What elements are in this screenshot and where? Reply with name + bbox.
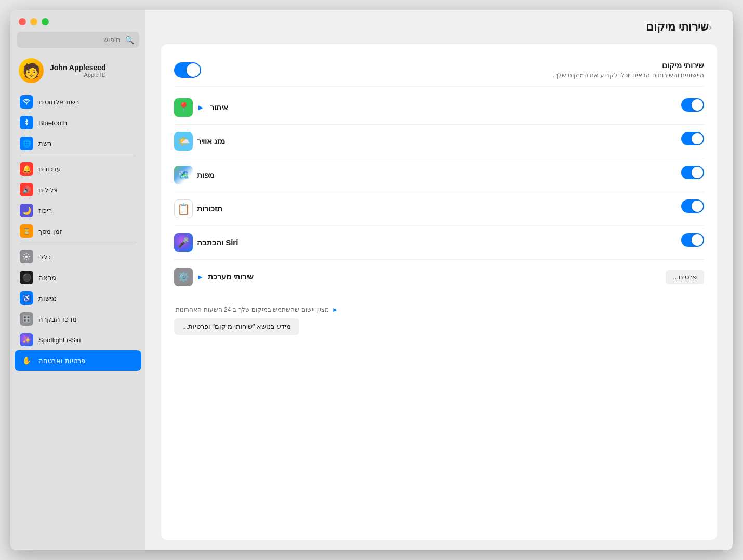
bluetooth-icon [20,116,33,129]
search-icon: 🔍 [125,36,134,44]
main-content-area: שירותי מיקום › שירותי מיקום היישומים והש… [145,10,733,550]
master-toggle-row: שירותי מיקום היישומים והשירותים הבאים יו… [174,55,704,87]
weather-row: מזג אוויר 🌤️ [174,125,704,158]
footer-note-text: מציין יישום שהשתמש במיקום שלך ב-24 השעות… [174,306,329,313]
sidebar-item-appearance[interactable]: מראה ⚫ [15,267,141,288]
find-my-label: איתור ► [197,103,228,112]
maps-right: מפות 🗺️ [174,166,214,184]
close-button[interactable] [19,18,26,25]
info-button[interactable]: מידע בנושא "שירותי מיקום" ופרטיות... [174,318,299,335]
maps-label: מפות [197,170,214,180]
sidebar-item-screentime-label: זמן מסך [38,228,62,235]
page-header: שירותי מיקום › [161,20,717,34]
find-my-toggle[interactable] [681,98,704,112]
reminders-left [681,199,704,213]
sidebar-item-privacy[interactable]: פרטיות ואבטחה ✋ [15,350,141,371]
reminders-row: תזכורות 📋 [174,192,704,226]
system-services-arrow: ► [197,273,204,281]
system-services-label: שירותי מערכת [208,272,254,282]
user-name: John Appleseed [50,63,106,72]
sidebar-item-wifi[interactable]: רשת אלחוטית [15,91,141,112]
sidebar-item-bluetooth-label: Bluetooth [38,119,67,127]
accessibility-icon: ♿ [20,291,33,305]
main-window: 🔍 John Appleseed Apple ID 🧑 רשת אלחוטית … [10,10,733,550]
appearance-icon: ⚫ [20,271,33,284]
divider-2 [20,244,136,244]
maps-icon: 🗺️ [174,166,193,184]
sidebar-item-sound-label: צלילים [38,186,58,194]
sidebar-item-general[interactable]: כללי [15,246,141,267]
find-my-row: איתור ► 📍 [174,91,704,125]
sidebar-item-accessibility-label: נגישות [38,295,57,302]
avatar: 🧑 [19,58,44,83]
content-card: שירותי מיקום היישומים והשירותים הבאים יו… [161,44,717,540]
location-services-subtitle: היישומים והשירותים הבאים יוכלו לקבוע את … [553,72,704,79]
sidebar-item-notifications[interactable]: עדכונים 🔔 [15,158,141,179]
svg-point-0 [25,256,28,258]
footer-note: ► מציין יישום שהשתמש במיקום שלך ב-24 השע… [174,306,704,313]
weather-label: מזג אוויר [197,137,225,146]
network-icon: 🌐 [20,137,33,150]
weather-right: מזג אוויר 🌤️ [174,132,225,151]
details-button[interactable]: פרטים... [666,270,704,284]
minimize-button[interactable] [30,18,37,25]
reminders-icon: 📋 [174,199,193,218]
spotlight-icon: ✨ [20,333,33,346]
maximize-button[interactable] [42,18,49,25]
maps-left [681,166,704,179]
control-icon: 🎛️ [20,312,33,326]
system-services-row: פרטים... שירותי מערכת ► ⚙️ [174,260,704,294]
reminders-right: תזכורות 📋 [174,199,222,218]
sidebar-item-accessibility[interactable]: נגישות ♿ [15,288,141,309]
sidebar-item-sound[interactable]: צלילים 🔊 [15,179,141,200]
sidebar-item-notifications-label: עדכונים [38,165,61,173]
sidebar-items-list: רשת אלחוטית Bluetooth רשת 🌐 [10,89,145,550]
maps-row: מפות 🗺️ [174,158,704,192]
sidebar-item-network-label: רשת [38,140,51,148]
location-services-title: שירותי מיקום [553,61,704,70]
page-title: שירותי מיקום [646,20,709,34]
notifications-icon: 🔔 [20,162,33,176]
sound-icon: 🔊 [20,183,33,196]
siri-row: Siri והכתבה 🎤 [174,226,704,260]
siri-icon: 🎤 [174,233,193,252]
siri-toggle[interactable] [681,233,704,247]
search-bar-container: 🔍 [17,32,139,48]
location-services-toggle[interactable] [174,62,201,78]
system-services-left: פרטים... [666,270,704,284]
weather-left [681,132,704,145]
find-my-icon: 📍 [174,98,193,117]
reminders-label: תזכורות [197,204,222,214]
find-my-right: איתור ► 📍 [174,98,228,117]
system-services-right: שירותי מערכת ► ⚙️ [174,268,254,286]
user-info: John Appleseed Apple ID [50,63,106,78]
focus-icon: 🌙 [20,204,33,217]
sidebar-item-bluetooth[interactable]: Bluetooth [15,112,141,133]
sidebar-header [10,10,145,32]
divider-1 [20,156,136,156]
siri-label: Siri והכתבה [197,238,238,247]
system-services-icon: ⚙️ [174,268,193,286]
sidebar-item-focus-label: ריכוז [38,207,52,215]
search-input[interactable] [17,32,139,48]
sidebar-item-focus[interactable]: ריכוז 🌙 [15,200,141,221]
sidebar-item-appearance-label: מראה [38,274,56,282]
find-my-left [681,98,704,112]
siri-right: Siri והכתבה 🎤 [174,233,238,252]
sidebar-item-network[interactable]: רשת 🌐 [15,133,141,154]
maps-toggle[interactable] [681,166,704,179]
weather-toggle[interactable] [681,132,704,145]
user-profile[interactable]: John Appleseed Apple ID 🧑 [10,54,145,89]
sidebar-item-privacy-label: פרטיות ואבטחה [38,357,85,365]
sidebar-item-screentime[interactable]: זמן מסך ⏳ [15,221,141,242]
footer-section: ► מציין יישום שהשתמש במיקום שלך ב-24 השע… [174,300,704,335]
sidebar-item-spotlight[interactable]: Siri-ו Spotlight ✨ [15,329,141,350]
general-icon [20,250,33,263]
find-my-arrow-icon: ► [197,103,205,112]
user-subtitle: Apple ID [50,72,106,78]
sidebar-item-control[interactable]: מרכז הבקרה 🎛️ [15,309,141,329]
reminders-toggle[interactable] [681,199,704,213]
master-toggle-text: שירותי מיקום היישומים והשירותים הבאים יו… [553,61,704,79]
sidebar-item-control-label: מרכז הבקרה [38,315,77,323]
screentime-icon: ⏳ [20,224,33,238]
